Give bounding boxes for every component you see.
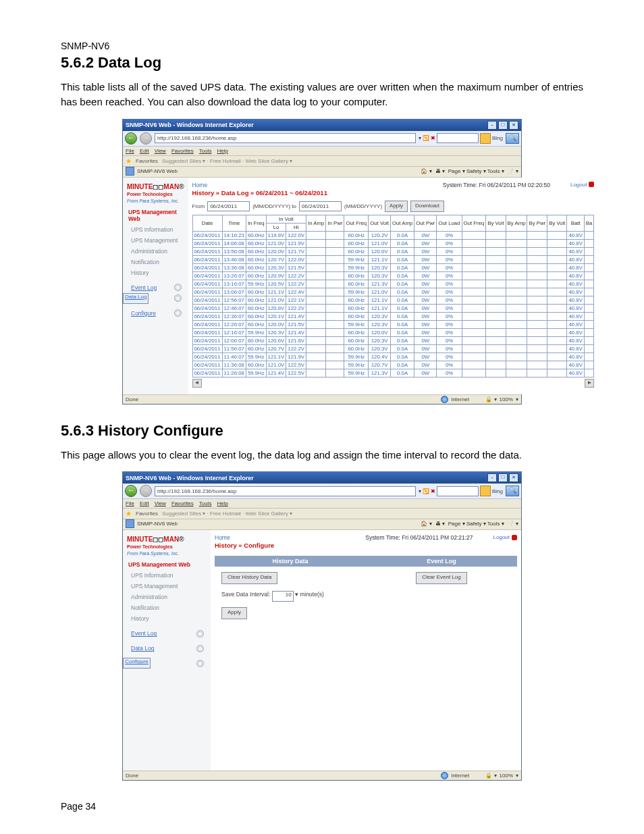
table-row: 06/24/201112:06:0760.0Hz120.6V121.8V60.0… xyxy=(192,336,594,344)
table-row: 06/24/201112:26:0760.0Hz120.0V121.5V59.9… xyxy=(192,320,594,328)
address-bar[interactable]: http://192.168.168.236/home.asp xyxy=(155,486,416,496)
nav-ups-info[interactable]: UPS Information xyxy=(123,570,211,581)
nav-notification[interactable]: Notification xyxy=(123,602,211,613)
clear-eventlog-button[interactable]: Clear Event Log xyxy=(416,572,466,584)
screenshot-history-configure: SNMP-NV6 Web - Windows Internet Explorer… xyxy=(122,471,522,781)
home-link[interactable]: Home xyxy=(192,182,208,188)
gear-icon[interactable] xyxy=(196,660,204,667)
browser-menubar[interactable]: FileEditViewFavoritesToolsHelp xyxy=(123,499,521,509)
to-date-input[interactable]: 06/24/2011 xyxy=(299,201,342,211)
table-row: 06/24/201112:46:0760.0Hz120.8V122.2V60.0… xyxy=(192,304,594,312)
forward-button[interactable]: → xyxy=(140,132,152,145)
event-log-header: Event Log xyxy=(366,556,517,567)
from-date-input[interactable]: 06/24/2011 xyxy=(207,201,250,211)
close-button[interactable]: × xyxy=(509,473,518,482)
nav-admin[interactable]: Administration xyxy=(123,592,211,602)
gear-icon[interactable] xyxy=(196,630,204,637)
address-bar[interactable]: http://192.168.168.236/home.asp xyxy=(155,133,416,143)
browser-menubar[interactable]: FileEditViewFavoritesToolsHelp xyxy=(123,147,521,156)
table-row: 06/24/201114:06:0860.0Hz121.0V121.9V60.0… xyxy=(192,239,594,247)
gear-icon[interactable] xyxy=(174,284,182,291)
favorites-star-icon[interactable]: ★ xyxy=(126,157,132,165)
browser-tools[interactable]: 🏠 ▾🖶 ▾Page ▾ Safety ▾ Tools ▾❔ ▾ xyxy=(417,168,518,174)
nav-history[interactable]: History xyxy=(123,267,188,278)
nav-ups-info[interactable]: UPS Information xyxy=(123,224,188,235)
forward-button[interactable]: → xyxy=(140,485,152,497)
gear-icon[interactable] xyxy=(196,645,204,652)
clear-history-button[interactable]: Clear History Data xyxy=(221,572,277,584)
interval-unit: minute(s) xyxy=(300,591,323,598)
search-provider-icon xyxy=(480,486,491,496)
apply-button[interactable]: Apply xyxy=(385,201,408,212)
section-title-1: 5.6.2 Data Log xyxy=(61,54,583,72)
nav-header: UPS Management Web xyxy=(123,205,188,224)
home-link[interactable]: Home xyxy=(215,534,230,541)
section-body-1: This table lists all of the saved UPS da… xyxy=(61,80,583,109)
download-button[interactable]: Download xyxy=(410,201,444,212)
logout-link[interactable]: Logout xyxy=(570,182,594,188)
system-time: System Time: Fri 06/24/2011 PM 02:20:50 xyxy=(443,182,550,188)
apply-button[interactable]: Apply xyxy=(221,607,247,619)
scroll-right-icon[interactable]: ► xyxy=(585,379,594,388)
table-row: 06/24/201111:36:0860.0Hz121.0V122.5V59.9… xyxy=(192,361,594,369)
nav-ups-mgmt[interactable]: UPS Management xyxy=(123,581,211,592)
scroll-left-icon[interactable]: ◄ xyxy=(192,379,202,388)
table-row: 06/24/201113:26:0760.0Hz120.9V122.2V60.0… xyxy=(192,271,594,280)
maximize-button[interactable]: □ xyxy=(498,473,508,482)
gear-icon[interactable] xyxy=(174,294,182,302)
tab-icon xyxy=(126,519,134,528)
page-footer: Page 34 xyxy=(61,801,583,812)
search-input[interactable] xyxy=(437,133,479,143)
browser-tab[interactable]: SNMP-NV6 Web xyxy=(126,519,178,528)
history-data-header: History Data xyxy=(215,556,366,567)
logout-icon xyxy=(512,535,517,540)
minimize-button[interactable]: - xyxy=(487,121,497,130)
table-row: 06/24/201112:56:0760.0Hz121.0V122.1V60.0… xyxy=(192,296,594,304)
table-row: 06/24/201111:56:0760.0Hz120.7V122.2V60.0… xyxy=(192,344,594,353)
system-time: System Time: Fri 06/24/2011 PM 02:21:27 xyxy=(365,534,473,541)
close-button[interactable]: × xyxy=(509,121,518,130)
sidebar: MINUTE◻◻MAN® Power Technologies From Par… xyxy=(123,178,188,394)
doc-product: SNMP-NV6 xyxy=(61,41,583,51)
status-zone: Internet xyxy=(451,396,469,402)
nav-admin[interactable]: Administration xyxy=(123,246,188,257)
status-done: Done xyxy=(126,396,138,402)
nav-configure[interactable]: Configure xyxy=(123,308,156,319)
favorites-star-icon[interactable]: ★ xyxy=(126,510,132,517)
back-button[interactable]: ← xyxy=(125,485,137,497)
screenshot-datalog: SNMP-NV6 Web - Windows Internet Explorer… xyxy=(122,119,522,405)
interval-select[interactable]: 10 xyxy=(272,591,294,602)
search-go-button[interactable]: 🔍 xyxy=(506,486,519,496)
maximize-button[interactable]: □ xyxy=(498,121,508,130)
browser-tools[interactable]: 🏠 ▾🖶 ▾Page ▾ Safety ▾ Tools ▾❔ ▾ xyxy=(417,521,518,527)
table-row: 06/24/201112:16:0759.9Hz120.3V121.4V60.0… xyxy=(192,328,594,336)
nav-notification[interactable]: Notification xyxy=(123,257,188,267)
interval-label: Save Data Interval: xyxy=(221,591,270,598)
section-body-2: This page allows you to clear the event … xyxy=(61,448,583,463)
back-button[interactable]: ← xyxy=(125,132,137,145)
nav-event-log[interactable]: Event Log xyxy=(123,282,157,293)
nav-history[interactable]: History xyxy=(123,613,211,624)
search-provider: Bing xyxy=(492,135,503,141)
table-row: 06/24/201112:36:0760.0Hz120.1V121.4V60.0… xyxy=(192,312,594,320)
minimize-button[interactable]: - xyxy=(487,473,497,482)
search-input[interactable] xyxy=(437,486,479,496)
tab-icon xyxy=(126,167,134,176)
search-go-button[interactable]: 🔍 xyxy=(506,133,519,144)
browser-tab[interactable]: SNMP-NV6 Web xyxy=(126,167,178,176)
logout-link[interactable]: Logout xyxy=(493,534,517,540)
favorites-bar[interactable]: ★ Favorites Suggested Sites ▾ · Free Hot… xyxy=(123,509,521,519)
section-title-2: 5.6.3 History Configure xyxy=(61,422,583,440)
table-row: 06/24/201113:06:0760.0Hz121.1V122.4V59.9… xyxy=(192,288,594,296)
gear-icon[interactable] xyxy=(174,309,182,317)
favorites-bar[interactable]: ★ Favorites Suggested Sites ▾ · Free Hot… xyxy=(123,156,521,167)
table-row: 06/24/201111:26:0859.9Hz121.4V122.5V59.9… xyxy=(192,369,594,377)
logout-icon xyxy=(589,182,594,187)
breadcrumb: History » Configure xyxy=(215,542,274,549)
nav-data-log[interactable]: Data Log xyxy=(123,293,149,304)
nav-event-log[interactable]: Event Log xyxy=(123,628,157,639)
nav-data-log[interactable]: Data Log xyxy=(123,643,155,654)
status-zoom[interactable]: 100% xyxy=(500,396,513,402)
nav-configure[interactable]: Configure xyxy=(123,658,151,669)
nav-ups-mgmt[interactable]: UPS Management xyxy=(123,235,188,246)
